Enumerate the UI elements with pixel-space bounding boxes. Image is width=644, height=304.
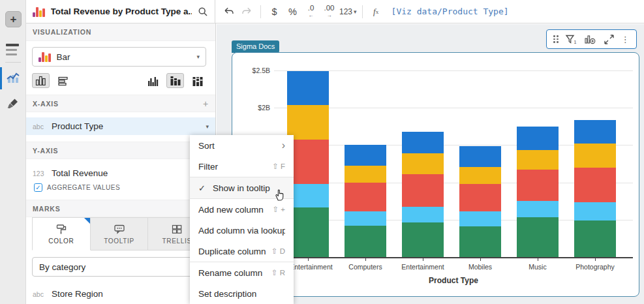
bar-segment-sky-blue[interactable]: [345, 211, 386, 226]
bar-segment-red[interactable]: [402, 174, 444, 207]
bar-segment-amber[interactable]: [574, 144, 616, 168]
trellis-grid-icon: [171, 224, 183, 235]
bar-segment-amber[interactable]: [459, 167, 501, 184]
sigma-workbook-window: + Total Revenue by Produc: [0, 0, 644, 304]
y-axis-tick-label: $2B: [232, 104, 270, 112]
bar-segment-blue[interactable]: [459, 146, 501, 167]
stacked-bar-button[interactable]: [166, 73, 184, 88]
toolbar-divider: [362, 5, 363, 18]
bar-segment-green[interactable]: [459, 226, 501, 257]
menu-item-sort[interactable]: Sort›: [190, 135, 294, 156]
add-element-button[interactable]: +: [5, 11, 22, 27]
bar-segment-blue[interactable]: [402, 132, 444, 153]
chart-type-select[interactable]: Bar ▾: [32, 47, 206, 67]
bar-segment-blue[interactable]: [574, 120, 616, 144]
menu-shortcut: ⇧ F: [272, 162, 285, 171]
expand-icon[interactable]: [604, 34, 615, 45]
bar-segment-red[interactable]: [345, 183, 386, 212]
analytics-button[interactable]: [6, 70, 20, 85]
percent-format-button[interactable]: %: [284, 3, 301, 20]
marks-section-header: MARKS: [26, 200, 215, 217]
color-mode-select[interactable]: By category: [32, 257, 206, 277]
analytics-icon: [6, 70, 20, 85]
tab-color[interactable]: COLOR: [32, 217, 91, 251]
left-rail: +: [0, 0, 26, 304]
bar-segment-sky-blue[interactable]: [574, 202, 616, 220]
y-axis-tick-label: $2.5B: [232, 67, 270, 74]
menu-item-duplicate-column[interactable]: Duplicate column⇧ D: [190, 241, 294, 262]
bar-segment-red[interactable]: [459, 184, 501, 211]
x-axis-tick: [595, 258, 596, 261]
grouped-bar-button[interactable]: [144, 73, 162, 88]
bar-segment-sky-blue[interactable]: [402, 207, 444, 222]
grouped-bar-icon: [147, 76, 159, 86]
bar-segment-red[interactable]: [574, 168, 616, 203]
bar-segment-amber[interactable]: [517, 150, 559, 170]
increase-decimal-button[interactable]: .00 →: [321, 3, 337, 20]
decrease-decimal-button[interactable]: .0 ←: [303, 3, 319, 20]
chevron-down-icon[interactable]: ▾: [206, 123, 209, 130]
bar-chart-icon: [38, 52, 51, 62]
page-outline-button[interactable]: [6, 44, 20, 55]
add-x-axis-column-button[interactable]: +: [203, 99, 209, 109]
x-axis-line: [274, 257, 633, 258]
undo-icon: [223, 7, 234, 16]
menu-item-rename-column[interactable]: Rename column⇧ R: [190, 262, 294, 283]
menu-item-add-new-column[interactable]: Add new column⇧ +: [190, 199, 294, 220]
filter-1-icon[interactable]: 1: [565, 34, 577, 45]
text-type-tag: abc: [33, 123, 46, 130]
stacked-100-bar-button[interactable]: [189, 73, 206, 88]
horizontal-bar-icon: [58, 76, 69, 86]
menu-item-add-column-via-lookup[interactable]: Add column via lookup...: [190, 220, 294, 241]
add-child-chart-icon[interactable]: [584, 34, 596, 45]
paint-roller-icon: [55, 224, 67, 235]
style-button[interactable]: [6, 97, 20, 112]
marks-tabs: COLOR TOOLTIP TRELLIS: [32, 217, 206, 251]
paintbrush-icon: [6, 97, 20, 112]
vertical-bar-button[interactable]: [32, 73, 50, 88]
bar-segment-green[interactable]: [402, 222, 444, 257]
y-axis-field-total-revenue[interactable]: 123 Total Revenue: [26, 164, 215, 182]
currency-format-button[interactable]: $: [266, 3, 283, 20]
bar-segment-amber[interactable]: [345, 166, 386, 182]
x-axis-tick: [365, 258, 366, 261]
menu-item-set-description[interactable]: Set description: [190, 283, 294, 304]
kebab-menu-icon[interactable]: ⋮: [621, 35, 630, 44]
x-axis-field-product-type[interactable]: abc Product Type ▾: [26, 117, 215, 135]
formula-bar[interactable]: [Viz data/Product Type]: [391, 7, 509, 16]
chart-type-value: Bar: [57, 52, 70, 62]
stacked-100-bar-icon: [192, 76, 203, 86]
undo-button[interactable]: [221, 3, 237, 20]
bar-segment-green[interactable]: [345, 226, 386, 257]
search-icon[interactable]: [198, 7, 208, 17]
drag-handle-icon[interactable]: [553, 35, 559, 43]
color-field-store-region[interactable]: abc Store Region: [26, 285, 215, 303]
field-label: Total Revenue: [52, 168, 108, 178]
redo-button[interactable]: [239, 3, 255, 20]
tab-tooltip[interactable]: TOOLTIP: [91, 217, 149, 251]
bar-segment-green[interactable]: [574, 220, 616, 257]
bar-segment-blue[interactable]: [517, 127, 559, 151]
bar-chart-icon: [33, 7, 45, 17]
menu-item-filter[interactable]: Filter⇧ F: [190, 156, 294, 177]
number-format-dropdown[interactable]: 123 ▾: [339, 3, 357, 20]
field-label: Product Type: [52, 121, 103, 131]
formula-button[interactable]: fx: [368, 3, 384, 20]
bar-segment-green[interactable]: [517, 217, 559, 257]
menu-item-label: Add column via lookup...: [198, 226, 285, 236]
bar-segment-sky-blue[interactable]: [517, 201, 559, 217]
toolbar-divider: [260, 5, 261, 18]
aggregate-checkbox[interactable]: ✓: [34, 183, 42, 192]
bar-segment-blue[interactable]: [345, 145, 386, 166]
bar-segment-sky-blue[interactable]: [459, 211, 501, 226]
formatting-toolbar: $ % .0 ← .00 → 123 ▾ fx [Viz data/Produc…: [215, 0, 644, 23]
top-toolbar: Total Revenue by Product Type a... $ %: [26, 0, 644, 23]
field-label: Store Region: [52, 289, 103, 299]
horizontal-bar-button[interactable]: [54, 73, 72, 88]
decrease-decimal-icon: .0 ←: [308, 5, 314, 18]
bar-segment-blue[interactable]: [287, 71, 329, 104]
menu-shortcut: ⇧ +: [272, 205, 285, 214]
bar-segment-red[interactable]: [517, 170, 559, 201]
element-title-bar: Total Revenue by Product Type a...: [26, 0, 215, 23]
bar-segment-amber[interactable]: [402, 153, 444, 174]
